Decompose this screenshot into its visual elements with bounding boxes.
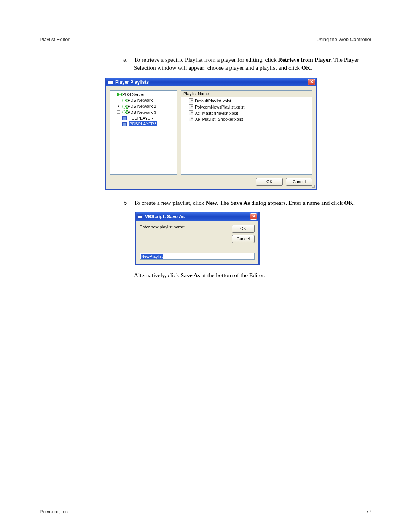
step-b-bold1: New (206, 200, 217, 206)
dlg2-title: VBScript: Save As (145, 214, 185, 219)
close-icon[interactable]: ✕ (308, 79, 315, 85)
file-icon (189, 98, 193, 103)
document-page: Playlist Editor Using the Web Controller… (0, 0, 411, 532)
expander-icon[interactable]: - (112, 93, 115, 96)
dlg1-titlebar[interactable]: Player Playlists ✕ (106, 78, 316, 86)
file-name: Xe_Playlist_Snooker.xplst (195, 117, 243, 121)
step-b-letter: b (123, 199, 134, 207)
step-a-pre: To retrieve a specific Playlist from a p… (134, 56, 278, 63)
antenna-icon: ((•)) (122, 104, 126, 109)
tree-net2[interactable]: PDS Network 2 (127, 104, 156, 109)
step-b-bold2: Save As (230, 200, 250, 206)
checkbox[interactable] (183, 111, 187, 115)
resize-grip-icon[interactable] (311, 184, 315, 188)
expander-icon[interactable]: - (117, 110, 120, 114)
step-b-pre: To create a new playlist, click (134, 200, 206, 206)
close-icon[interactable]: ✕ (250, 213, 257, 220)
step-a-text: To retrieve a specific Playlist from a p… (134, 56, 371, 72)
step-a-post: . (311, 64, 312, 71)
step-a-letter: a (123, 56, 134, 72)
server-tree[interactable]: - ((•)) PDS Server ((•)) PDS Network (110, 90, 177, 175)
list-item[interactable]: PolycomNewsPlaylist.xplst (183, 104, 311, 110)
window-icon (137, 214, 143, 219)
dlg1-title: Player Playlists (115, 80, 149, 85)
step-a-bold2: OK (301, 64, 311, 71)
cancel-button[interactable]: Cancel (232, 235, 255, 243)
checkbox[interactable] (183, 117, 187, 121)
list-column-header[interactable]: Playlist Name (181, 91, 312, 97)
checkbox[interactable] (183, 105, 187, 109)
header-rule (40, 45, 371, 45)
player-playlists-dialog: Player Playlists ✕ - ((•)) PDS Server (105, 78, 317, 190)
cancel-button[interactable]: Cancel (286, 178, 312, 186)
ok-button[interactable]: OK (256, 178, 283, 186)
player-icon (122, 116, 127, 120)
step-b-block: b To create a new playlist, click New. T… (123, 199, 371, 207)
footer-left: Polycom, Inc. (40, 509, 69, 514)
input-value-selected: NewPlaylist (141, 254, 163, 259)
step-a-block: a To retrieve a specific Playlist from a… (123, 56, 371, 72)
step-b-text: To create a new playlist, click New. The… (134, 199, 371, 207)
expander-icon[interactable]: + (117, 105, 120, 108)
alt-bold: Save As (181, 272, 200, 278)
antenna-icon: ((•)) (117, 91, 121, 97)
checkbox[interactable] (183, 99, 187, 103)
file-name: DefaultPlaylist.xplst (195, 99, 231, 103)
step-b-mid: . The (217, 200, 230, 206)
save-as-dialog: VBScript: Save As ✕ Enter new playlist n… (135, 212, 260, 265)
page-footer: Polycom, Inc. 77 (40, 509, 371, 514)
tree-net3[interactable]: PDS Network 3 (127, 110, 156, 114)
step-b-bold3: OK (344, 200, 353, 206)
ok-button[interactable]: OK (232, 225, 255, 233)
tree-player1[interactable]: PDSPLAYER (129, 116, 153, 120)
header-right: Using the Web Controller (316, 37, 371, 42)
window-icon (108, 80, 113, 84)
step-a-bold1: Retrieve from Player. (278, 56, 332, 63)
tree-root[interactable]: PDS Server (122, 92, 144, 96)
alt-pre: Alternatively, click (134, 272, 181, 278)
playlist-name-input[interactable]: NewPlaylist (140, 253, 255, 260)
file-icon (189, 117, 193, 121)
alt-text-block: Alternatively, click Save As at the bott… (134, 272, 371, 280)
file-name: PolycomNewsPlaylist.xplst (195, 105, 244, 109)
dlg2-titlebar[interactable]: VBScript: Save As ✕ (136, 212, 258, 221)
file-name: Xe_MasterPlaylist.xplst (195, 111, 238, 115)
footer-right: 77 (366, 509, 371, 514)
page-header: Playlist Editor Using the Web Controller (40, 37, 371, 45)
player-icon (122, 122, 127, 126)
list-item[interactable]: Xe_Playlist_Snooker.xplst (183, 116, 311, 122)
alt-post: at the bottom of the Editor. (200, 272, 265, 278)
file-icon (189, 104, 193, 109)
list-item[interactable]: DefaultPlaylist.xplst (183, 98, 311, 104)
file-icon (189, 110, 193, 115)
tree-net1[interactable]: PDS Network (127, 98, 153, 102)
step-b-post: . (353, 200, 355, 206)
tree-player2-selected[interactable]: PDSPLAYER3 (129, 121, 157, 126)
antenna-icon: ((•)) (122, 109, 126, 115)
playlist-list[interactable]: Playlist Name DefaultPlaylist.xplst Poly… (181, 90, 312, 175)
list-item[interactable]: Xe_MasterPlaylist.xplst (183, 110, 311, 116)
dlg2-prompt: Enter new playlist name: (140, 225, 185, 229)
antenna-icon: ((•)) (122, 97, 126, 103)
header-left: Playlist Editor (40, 37, 70, 42)
step-b-mid2: dialog appears. Enter a name and click (250, 200, 344, 206)
